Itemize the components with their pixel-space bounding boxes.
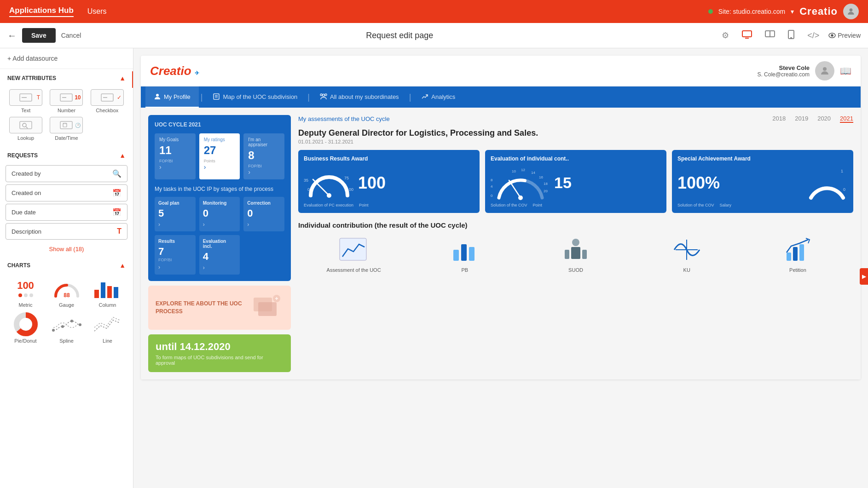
chevron-down-icon[interactable]: ▾ — [791, 8, 794, 15]
task-monitoring-arrow[interactable]: › — [203, 221, 237, 228]
award-business-results: Business Results Award 0 35 75 100 — [298, 150, 480, 213]
stat-goals-sub: FOP/BI — [159, 159, 191, 163]
appraiser-arrow[interactable]: › — [248, 168, 280, 176]
contrib-ku-label: KU — [683, 267, 690, 273]
mobile-view-icon[interactable] — [784, 28, 798, 43]
tab-my-profile[interactable]: My Profile — [145, 86, 199, 108]
attr-text[interactable]: T Text — [7, 89, 44, 113]
contrib-petition[interactable]: Petition — [742, 235, 853, 273]
right-panel-collapse-button[interactable]: ▶ — [860, 268, 868, 285]
show-all-button[interactable]: Show all (18) — [0, 242, 133, 256]
task-monitoring[interactable]: Monitoring 0 › — [199, 197, 240, 231]
charts-chevron[interactable]: ▲ — [119, 262, 126, 269]
stat-ratings[interactable]: My ratings 27 Points › — [199, 133, 240, 179]
chart-pie[interactable]: Pie/Donut — [7, 312, 44, 344]
filter-icon[interactable]: ⚙ — [718, 29, 733, 42]
contrib-assessment[interactable]: Assessment of the UOC — [298, 235, 409, 273]
calendar-icon: 📅 — [112, 189, 122, 197]
requests-chevron[interactable]: ▲ — [119, 152, 126, 159]
svg-point-37 — [323, 94, 325, 97]
contrib-petition-icon — [781, 235, 814, 264]
svg-text:12: 12 — [521, 168, 525, 172]
app-user-avatar[interactable] — [815, 61, 834, 80]
add-datasource-button[interactable]: + Add datasource — [0, 48, 133, 69]
contrib-pb[interactable]: PB — [409, 235, 520, 273]
user-avatar[interactable] — [843, 4, 859, 19]
task-results-arrow[interactable]: › — [158, 264, 192, 270]
award-special: Special Achievement Award 100% 1 0 — [672, 150, 853, 213]
stat-goals[interactable]: My Goals 11 FOP/BI › — [155, 133, 196, 179]
year-tabs: 2018 2019 2020 2021 — [772, 115, 853, 123]
task-monitoring-value: 0 — [203, 207, 237, 219]
task-evaluation-value: 4 — [203, 251, 237, 263]
app-hub-link[interactable]: Applications Hub — [9, 6, 74, 17]
year-2018[interactable]: 2018 — [772, 115, 786, 123]
attr-number[interactable]: 10 Number — [48, 89, 85, 113]
top-navigation: Applications Hub Users Site: studio.crea… — [0, 0, 868, 23]
task-goal-plan[interactable]: Goal plan 5 › — [155, 197, 196, 231]
svg-rect-74 — [787, 253, 791, 261]
request-due-date[interactable]: Due date 📅 — [6, 204, 127, 221]
gauge-eval-individual: 0 4 8 10 12 14 16 18 20 — [491, 166, 550, 200]
contrib-suod[interactable]: SUOD — [520, 235, 631, 273]
year-2020[interactable]: 2020 — [817, 115, 831, 123]
svg-rect-65 — [453, 250, 459, 261]
contrib-petition-label: Petition — [789, 267, 806, 273]
tab-uoc-subdivision[interactable]: Map of the UOC subdivision — [204, 86, 306, 108]
chart-metric[interactable]: 100 Metric — [7, 276, 44, 308]
goals-arrow[interactable]: › — [159, 163, 191, 171]
ratings-arrow[interactable]: › — [204, 163, 236, 171]
back-button[interactable]: ← — [7, 30, 17, 41]
code-view-icon[interactable]: </> — [804, 29, 823, 42]
request-created-by[interactable]: Created by 🔍 — [6, 165, 127, 182]
task-goal-plan-label: Goal plan — [158, 201, 192, 206]
split-view-icon[interactable] — [761, 29, 779, 43]
chart-line[interactable]: Line — [89, 312, 126, 344]
svg-point-32 — [823, 67, 827, 71]
task-correction[interactable]: Correction 0 › — [243, 197, 284, 231]
task-goal-plan-arrow[interactable]: › — [158, 221, 192, 228]
chart-column-preview — [91, 276, 124, 300]
chart-column[interactable]: Column — [89, 276, 126, 308]
new-attributes-section-header: NEW ATTRIBUTES ▲ — [0, 69, 133, 86]
award-br-footer: Evaluation of PC execution Point — [304, 203, 474, 207]
year-2019[interactable]: 2019 — [795, 115, 808, 123]
award-sa-footer: Solution of the COV Salary — [677, 203, 848, 207]
chart-spline[interactable]: Spline — [48, 312, 85, 344]
save-button[interactable]: Save — [22, 28, 56, 43]
task-results[interactable]: Results 7 FOP/BI › — [155, 235, 196, 275]
svg-rect-18 — [63, 123, 67, 127]
tab-sep-3: | — [407, 92, 413, 102]
book-icon[interactable]: 📖 — [840, 65, 851, 76]
new-attributes-chevron[interactable]: ▲ — [119, 75, 126, 82]
attr-lookup[interactable]: Lookup — [7, 117, 44, 141]
award-br-label1: Evaluation of PC execution — [304, 203, 353, 207]
tab-my-profile-label: My Profile — [164, 93, 191, 100]
charts-grid: 100 Metric 88 — [0, 273, 133, 349]
attr-datetime[interactable]: 🕐 Date/Time — [48, 117, 85, 141]
contrib-ku[interactable]: KU — [631, 235, 742, 273]
uoc-cycle-card: UOC CYCLE 2021 My Goals 11 FOP/BI › — [148, 115, 291, 281]
desktop-view-icon[interactable] — [738, 29, 756, 43]
request-description[interactable]: Description T — [6, 223, 127, 240]
task-evaluation-arrow[interactable]: › — [203, 264, 237, 271]
explore-card[interactable]: EXPLORE THE ABOUT THE UOC PROCESS — [148, 286, 291, 330]
tab-subordinates[interactable]: All about my subordinates — [312, 86, 407, 108]
chart-gauge[interactable]: 88 Gauge — [48, 276, 85, 308]
task-evaluation[interactable]: Evaluation incl. 4 › — [199, 235, 240, 275]
stat-ratings-value: 27 — [204, 144, 236, 157]
task-correction-arrow[interactable]: › — [247, 221, 281, 228]
position-title: Deputy General Director for Logistics, P… — [298, 128, 853, 138]
svg-point-33 — [156, 94, 159, 97]
attr-checkbox[interactable]: ✓ Checkbox — [89, 89, 126, 113]
tab-analytics[interactable]: Analytics — [413, 86, 463, 108]
stat-appraiser[interactable]: I'm an appraiser 8 FOP/BI › — [243, 133, 284, 179]
svg-rect-76 — [799, 244, 804, 261]
year-2021[interactable]: 2021 — [840, 115, 853, 123]
preview-button[interactable]: Preview — [828, 32, 861, 39]
assessments-header: My assessments of the UOC cycle 2018 201… — [298, 115, 853, 123]
users-link[interactable]: Users — [87, 7, 107, 16]
request-created-on[interactable]: Created on 📅 — [6, 184, 127, 201]
chart-column-label: Column — [99, 302, 116, 308]
cancel-button[interactable]: Cancel — [61, 32, 81, 39]
